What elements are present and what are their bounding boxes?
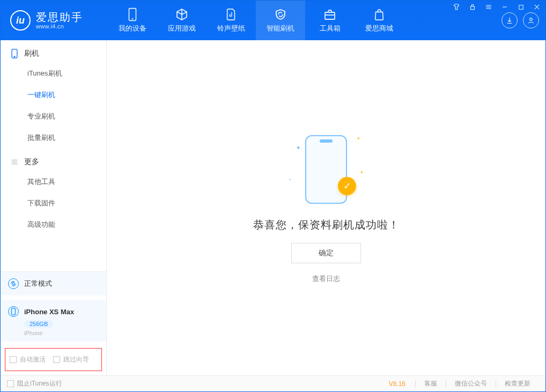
device-capacity: 256GB (24, 320, 53, 328)
svg-rect-10 (325, 12, 335, 19)
mode-label: 正常模式 (24, 279, 52, 289)
logo: iu 爱思助手 www.i4.cn (1, 10, 108, 31)
sidebar-item-batch-flash[interactable]: 批量刷机 (1, 127, 106, 149)
footer-link-support[interactable]: 客服 (416, 379, 446, 388)
sparkle-icon: ✦ (296, 145, 300, 151)
options-highlight-box: 自动激活 跳过向导 (5, 348, 102, 371)
footer: 阻止iTunes运行 V8.16 客服 微信公众号 检查更新 (1, 375, 545, 391)
success-message: 恭喜您，保资料刷机成功啦！ (253, 218, 400, 232)
bag-icon (372, 8, 386, 21)
mode-card[interactable]: 正常模式 (1, 272, 106, 295)
svg-rect-19 (12, 308, 16, 315)
sidebar-item-oneclick-flash[interactable]: 一键刷机 (1, 84, 106, 106)
view-log-link[interactable]: 查看日志 (312, 274, 340, 284)
footer-link-wechat[interactable]: 微信公众号 (446, 379, 496, 388)
sidebar-item-pro-flash[interactable]: 专业刷机 (1, 106, 106, 127)
header: iu 爱思助手 www.i4.cn 我的设备 应用游戏 (1, 1, 545, 40)
checkbox-label: 阻止iTunes运行 (17, 379, 62, 388)
device-card[interactable]: iPhone XS Max 256GB iPhone (1, 300, 106, 342)
sidebar-group-title: 刷机 (24, 49, 39, 58)
nav-label: 工具箱 (320, 24, 341, 33)
brand-url: www.i4.cn (36, 23, 83, 29)
user-button[interactable] (523, 12, 539, 28)
success-illustration: ✦ ✦ ✦ ✦ ✓ (267, 132, 385, 207)
footer-link-update[interactable]: 检查更新 (496, 379, 539, 388)
window-controls (452, 3, 541, 11)
music-file-icon (224, 8, 238, 21)
nav-label: 智能刷机 (267, 24, 294, 33)
sidebar-item-advanced[interactable]: 高级功能 (1, 214, 106, 235)
svg-rect-5 (519, 5, 523, 9)
minimize-button[interactable] (500, 3, 509, 11)
brand-name: 爱思助手 (36, 11, 83, 23)
checkmark-badge-icon: ✓ (338, 177, 356, 195)
svg-point-9 (132, 18, 133, 19)
close-button[interactable] (533, 3, 541, 11)
sidebar-item-other-tools[interactable]: 其他工具 (1, 171, 106, 193)
nav-label: 爱思商城 (365, 24, 393, 33)
list-icon (10, 158, 19, 166)
checkbox-block-itunes[interactable]: 阻止iTunes运行 (7, 379, 62, 388)
nav-smart-flash[interactable]: 智能刷机 (256, 1, 305, 40)
nav-apps-games[interactable]: 应用游戏 (157, 1, 206, 40)
lock-icon[interactable] (468, 3, 477, 11)
checkbox-label: 自动激活 (20, 355, 46, 364)
menu-icon[interactable] (484, 3, 493, 11)
nav-label: 我的设备 (119, 24, 146, 33)
confirm-button[interactable]: 确定 (291, 243, 361, 263)
svg-point-12 (530, 18, 533, 21)
version-label: V8.16 (389, 380, 405, 388)
logo-icon: iu (10, 10, 31, 31)
main-content: ✦ ✦ ✦ ✦ ✓ 恭喜您，保资料刷机成功啦！ 确定 查看日志 (107, 40, 545, 375)
nav-ringtones-wallpapers[interactable]: 铃声壁纸 (206, 1, 256, 40)
body: 刷机 iTunes刷机 一键刷机 专业刷机 批量刷机 更多 其他工具 下载固件 … (1, 40, 545, 375)
device-small-icon (8, 306, 19, 317)
sidebar-item-download-firmware[interactable]: 下载固件 (1, 193, 106, 214)
toolbox-icon (323, 8, 337, 21)
checkbox-auto-activate[interactable]: 自动激活 (10, 355, 46, 364)
checkbox-label: 跳过向导 (63, 355, 89, 364)
device-icon (126, 8, 139, 21)
svg-point-18 (12, 283, 14, 285)
download-button[interactable] (501, 12, 518, 28)
sidebar-item-itunes-flash[interactable]: iTunes刷机 (1, 63, 106, 84)
cube-icon (175, 8, 189, 21)
sparkle-icon: ✦ (289, 177, 291, 181)
checkbox-icon (7, 380, 14, 387)
sidebar: 刷机 iTunes刷机 一键刷机 专业刷机 批量刷机 更多 其他工具 下载固件 … (1, 40, 107, 375)
checkbox-skip-guide[interactable]: 跳过向导 (53, 355, 89, 364)
device-platform: iPhone (24, 330, 99, 336)
nav-label: 铃声壁纸 (217, 24, 245, 33)
phone-outline-icon (305, 135, 347, 204)
svg-point-14 (14, 56, 15, 57)
nav-toolbox[interactable]: 工具箱 (305, 1, 355, 40)
svg-rect-0 (471, 6, 475, 10)
sidebar-group-flash: 刷机 (1, 40, 106, 63)
nav-my-device[interactable]: 我的设备 (108, 1, 157, 40)
sidebar-group-more: 更多 (1, 149, 106, 171)
phone-icon (10, 49, 19, 58)
mode-icon (8, 278, 19, 289)
header-right (501, 12, 545, 28)
refresh-shield-icon (274, 8, 287, 21)
nav-tabs: 我的设备 应用游戏 铃声壁纸 智能刷机 (108, 1, 404, 40)
device-name: iPhone XS Max (24, 308, 74, 316)
shirt-icon[interactable] (452, 3, 461, 11)
nav-label: 应用游戏 (168, 24, 196, 33)
checkbox-icon (53, 356, 60, 363)
sparkle-icon: ✦ (357, 136, 360, 141)
sparkle-icon: ✦ (360, 170, 364, 175)
maximize-button[interactable] (517, 3, 525, 11)
checkbox-icon (10, 356, 17, 363)
sidebar-group-title: 更多 (24, 157, 39, 167)
app-window: iu 爱思助手 www.i4.cn 我的设备 应用游戏 (0, 0, 546, 392)
nav-store[interactable]: 爱思商城 (355, 1, 404, 40)
